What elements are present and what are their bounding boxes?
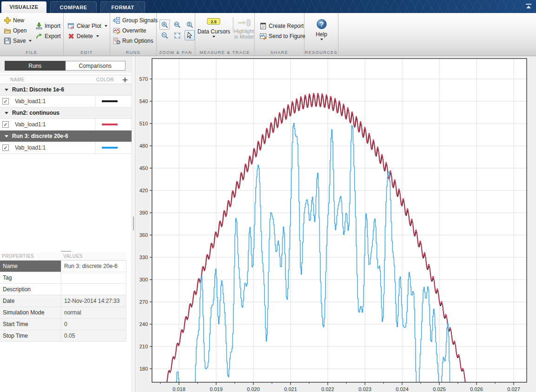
import-button[interactable]: Import [35,22,60,30]
column-header-color: COLOR [96,77,114,82]
import-icon [35,22,43,30]
open-folder-icon [4,27,11,34]
group-signals-button[interactable]: Group Signals [113,17,158,24]
collapse-ribbon-button[interactable] [524,3,533,10]
svg-text:0.021: 0.021 [284,386,297,392]
zoom-in-button[interactable] [159,20,170,30]
pane-tabs: Runs Comparisons [5,61,126,71]
run-options-icon [113,37,120,45]
tab-format[interactable]: FORMAT [100,1,145,13]
delete-button[interactable]: Delete [67,33,99,40]
toolbar-section-zoom-pan: ZOOM & PAN [157,13,195,56]
pointer-tool-button[interactable] [185,30,195,40]
data-cursors-button[interactable]: 2.5 Data Cursors [196,18,232,38]
tab-compare[interactable]: COMPARE [50,1,97,13]
signal-row[interactable]: ✓ Vab_load1:1 [0,96,132,107]
zoom-in-y-button[interactable] [185,20,195,30]
signal-color-swatch [102,147,118,149]
toolbar-section-runs: Group Signals Overwrite Run Options RUNS [110,13,157,56]
help-dropdown-arrow-icon[interactable] [320,39,323,40]
svg-text:0.024: 0.024 [396,386,409,392]
send-to-figure-button[interactable]: Send to Figure [259,33,305,40]
signal-color-cell[interactable] [95,119,132,131]
signal-checkbox[interactable]: ✓ [2,98,9,105]
collapse-ribbon-icon [524,3,533,10]
highlight-in-model-button: Highlight in Model [234,19,254,39]
signal-color-swatch [102,124,118,125]
svg-text:180: 180 [139,366,148,372]
signal-plot[interactable]: 0.0180.0190.0200.0210.0220.0230.0240.025… [135,56,536,392]
svg-text:210: 210 [139,344,148,349]
tree-header: NAME COLOR [0,75,132,84]
new-button[interactable]: New [4,17,24,24]
highlight-in-model-icon [237,19,251,27]
tab-runs[interactable]: Runs [5,61,66,71]
expander-icon[interactable] [5,89,8,91]
run-group-row[interactable]: Run2: continuous [0,107,132,119]
svg-text:?: ? [319,20,324,28]
zoom-in-x-button[interactable] [172,20,182,30]
signal-row[interactable]: ✓ Vab_load1:1 [0,142,132,154]
signal-color-cell[interactable] [95,142,132,154]
property-row-stop-time[interactable]: Stop Time 0.05 [0,330,126,342]
svg-text:480: 480 [139,143,148,149]
svg-text:0.025: 0.025 [433,386,446,392]
overwrite-icon [113,27,120,34]
expander-icon[interactable] [5,112,8,114]
create-report-icon [259,22,267,30]
zoom-out-button[interactable] [159,30,170,40]
signal-color-cell[interactable] [95,96,132,107]
clear-plot-dropdown-arrow-icon[interactable] [105,25,107,27]
signal-checkbox[interactable]: ✓ [2,121,9,128]
property-row-name[interactable]: Name Run 3: discrete 20e-6 [0,261,126,272]
overwrite-button[interactable]: Overwrite [113,27,146,34]
export-button[interactable]: Export [35,33,61,40]
clear-plot-button[interactable]: Clear Plot [67,22,107,30]
property-row-start-time[interactable]: Start Time 0 [0,319,126,330]
expander-icon[interactable] [5,135,8,137]
property-row-date[interactable]: Date 12-Nov-2014 14:27:33 [0,295,126,307]
svg-text:270: 270 [139,299,148,305]
section-label-resources: RESOURCES [304,50,338,55]
section-label-share: SHARE [255,50,304,55]
svg-text:300: 300 [139,277,148,282]
run-options-button[interactable]: Run Options [113,37,153,45]
svg-text:0.018: 0.018 [172,386,185,392]
create-report-button[interactable]: Create Report [259,22,304,30]
property-row-simulation-mode[interactable]: Simulation Mode normal [0,307,126,319]
data-cursors-icon: 2.5 [207,18,221,26]
tab-visualize[interactable]: VISUALIZE [1,1,46,13]
property-row-tag[interactable]: Tag [0,272,126,284]
data-cursors-dropdown-arrow-icon[interactable] [212,36,215,38]
toolbar: New Open Save Import [0,13,536,56]
signal-checkbox[interactable]: ✓ [2,144,9,151]
run-group-row[interactable]: Run1: Discrete 1e-6 [0,84,132,96]
open-button[interactable]: Open [4,27,26,34]
signal-row[interactable]: ✓ Vab_load1:1 [0,119,132,131]
add-run-icon[interactable] [122,77,128,83]
svg-text:450: 450 [139,165,148,171]
delete-dropdown-arrow-icon[interactable] [96,35,99,37]
fit-to-view-button[interactable] [172,30,182,40]
property-row-description[interactable]: Description [0,284,126,295]
svg-text:360: 360 [139,232,148,238]
section-label-runs: RUNS [110,50,156,55]
save-dropdown-arrow-icon[interactable] [29,40,32,42]
save-button[interactable]: Save [4,37,32,45]
fit-to-view-icon [173,32,181,39]
tab-comparisons[interactable]: Comparisons [66,61,126,71]
send-to-figure-icon [259,33,267,40]
svg-text:240: 240 [139,321,148,327]
toolbar-section-resources: ? Help RESOURCES [304,13,338,56]
svg-text:0.027: 0.027 [507,386,520,392]
clear-plot-icon [67,22,75,30]
panel-splitter[interactable] [132,56,135,392]
section-label-file: FILE [0,50,63,55]
svg-text:330: 330 [139,255,148,260]
help-button[interactable]: ? Help [304,19,338,40]
svg-text:570: 570 [139,76,148,82]
svg-text:510: 510 [139,121,148,126]
run-group-row-selected[interactable]: Run 3: discrete 20e-6 [0,131,132,142]
svg-text:0.020: 0.020 [247,386,260,392]
section-label-edit: EDIT [64,50,110,55]
